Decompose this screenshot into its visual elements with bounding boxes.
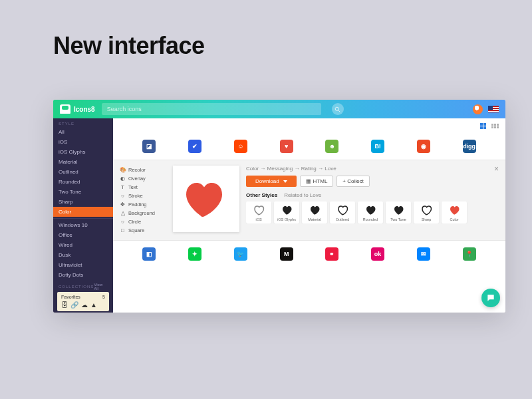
favorites-label: Favorites (61, 295, 80, 299)
view-all-link[interactable]: View All (94, 283, 108, 291)
sidebar: STYLE AlliOSiOS GlyphsMaterialOutlinedRo… (53, 118, 113, 313)
tool-square[interactable]: □Square (120, 226, 166, 235)
style-card-color[interactable]: Color (442, 201, 467, 223)
padding-icon: ✥ (120, 201, 126, 207)
okcupid-icon: ok (371, 247, 384, 261)
delicious-icon: ◧ (142, 247, 156, 261)
collect-button[interactable]: + Collect (336, 176, 369, 187)
svg-point-0 (335, 107, 338, 110)
icon-cell-reddit[interactable]: ☺ (231, 137, 250, 156)
style-card-outlined[interactable]: Outlined (330, 201, 355, 223)
recolor-icon: 🎨 (120, 167, 126, 173)
sidebar-item-office[interactable]: Office (53, 230, 113, 240)
meetup-icon: ⚭ (325, 247, 338, 261)
sidebar-item-windows-10[interactable]: Windows 10 (53, 220, 113, 230)
user-avatar[interactable] (473, 104, 483, 114)
style-card-material[interactable]: Material (302, 201, 327, 223)
sidebar-item-sharp[interactable]: Sharp (53, 197, 113, 207)
grid-small-toggle[interactable] (491, 124, 499, 128)
tool-text[interactable]: TText (120, 183, 166, 192)
sidebar-item-rounded[interactable]: Rounded (53, 177, 113, 187)
style-card-ios[interactable]: iOS (246, 201, 271, 223)
icon-cell-box-share[interactable]: ◪ (140, 137, 158, 156)
search-input[interactable] (107, 106, 316, 112)
close-icon[interactable]: × (494, 164, 499, 174)
other-styles-label: Other Styles (246, 192, 277, 198)
logo-icon (60, 104, 70, 114)
sidebar-item-two-tone[interactable]: Two Tone (53, 187, 113, 197)
language-flag-icon[interactable] (488, 106, 499, 112)
box-share-icon: ◪ (142, 140, 156, 153)
hatena-icon: B! (371, 140, 384, 153)
favorites-box[interactable]: Favorites 5 🗄 🔗 ☁ ▲ (57, 292, 109, 311)
sidebar-item-all[interactable]: All (53, 127, 113, 137)
sidebar-item-wired[interactable]: Wired (53, 240, 113, 250)
icon-cell-messenger[interactable]: ✉ (414, 245, 433, 263)
icon-cell-foursquare-check[interactable]: ✔ (186, 137, 204, 156)
related-label[interactable]: Related to Love (284, 192, 321, 198)
tool-circle[interactable]: ○Circle (120, 217, 166, 226)
sidebar-item-outlined[interactable]: Outlined (53, 167, 113, 177)
square-icon: □ (120, 227, 126, 233)
sidebar-item-ios-glyphs[interactable]: iOS Glyphs (53, 147, 113, 157)
stroke-icon: ○ (120, 193, 126, 199)
style-list: AlliOSiOS GlyphsMaterialOutlinedRoundedT… (53, 127, 113, 280)
detail-panel: × 🎨Recolor◐OverlayTText○Stroke✥Padding△B… (113, 160, 505, 241)
style-card-two-tone[interactable]: Two Tone (386, 201, 411, 223)
icon-cell-stumbleupon[interactable]: ◉ (414, 137, 433, 156)
sidebar-item-material[interactable]: Material (53, 157, 113, 167)
tool-background[interactable]: △Background (120, 209, 166, 217)
app-window: Icons8 STYLE AlliOSiOS GlyphsMaterialOut… (53, 100, 505, 313)
overlay-icon: ◐ (120, 176, 126, 182)
style-card-sharp[interactable]: Sharp (414, 201, 439, 223)
style-card-ios-glyphs[interactable]: iOS Glyphs (274, 201, 299, 223)
icon-cell-deviantart[interactable]: ✦ (186, 245, 204, 263)
view-toggle (113, 118, 505, 133)
icon-cell-hatena[interactable]: B! (368, 137, 387, 156)
search-button[interactable] (332, 103, 344, 115)
icon-row-bottom: ◧✦🐦M⚭ok✉📍 (113, 241, 505, 267)
messenger-icon: ✉ (417, 247, 430, 261)
icon-cell-google-maps[interactable]: 📍 (460, 245, 479, 263)
style-cards: iOSiOS GlyphsMaterialOutlinedRoundedTwo … (246, 201, 499, 223)
heart-icon: ♥ (280, 140, 293, 153)
google-maps-icon: 📍 (463, 247, 476, 261)
icon-cell-heart[interactable]: ♥ (277, 137, 296, 156)
chat-icon (486, 293, 495, 303)
icon-cell-smugmug[interactable]: ☻ (323, 137, 341, 156)
favorites-count: 5 (102, 295, 105, 299)
logo[interactable]: Icons8 (60, 104, 95, 114)
cloud-icon: ☁ (81, 301, 88, 309)
tool-list: 🎨Recolor◐OverlayTText○Stroke✥Padding△Bac… (120, 166, 166, 235)
html-button[interactable]: ▦HTML (300, 176, 334, 187)
warning-icon: ▲ (90, 301, 97, 309)
sidebar-item-dusk[interactable]: Dusk (53, 250, 113, 260)
digg-icon: digg (463, 140, 476, 153)
chat-button[interactable] (481, 289, 500, 307)
icon-cell-meetup[interactable]: ⚭ (323, 245, 341, 263)
icon-cell-delicious[interactable]: ◧ (140, 245, 158, 263)
grid-large-toggle[interactable] (480, 123, 486, 129)
icon-row-top: ◪✔☺♥☻B!◉digg (113, 133, 505, 160)
brand-name: Icons8 (74, 106, 95, 113)
deviantart-icon: ✦ (188, 247, 201, 261)
sidebar-item-ios[interactable]: iOS (53, 137, 113, 147)
style-card-rounded[interactable]: Rounded (358, 201, 383, 223)
stumbleupon-icon: ◉ (417, 140, 430, 153)
icon-cell-twitter[interactable]: 🐦 (231, 245, 250, 263)
tool-stroke[interactable]: ○Stroke (120, 192, 166, 200)
briefcase-icon: 🗄 (61, 301, 68, 309)
sidebar-item-ultraviolet[interactable]: Ultraviolet (53, 260, 113, 270)
tool-overlay[interactable]: ◐Overlay (120, 174, 166, 183)
icon-cell-digg[interactable]: digg (460, 137, 479, 156)
sidebar-item-color[interactable]: Color (53, 207, 113, 217)
breadcrumb: Color → Messaging → Rating → Love (246, 166, 499, 172)
search-box[interactable] (102, 103, 321, 115)
tool-padding[interactable]: ✥Padding (120, 200, 166, 209)
sidebar-item-dotty-dots[interactable]: Dotty Dots (53, 270, 113, 280)
download-button[interactable]: Download (246, 176, 297, 187)
icon-cell-okcupid[interactable]: ok (368, 245, 387, 263)
svg-line-1 (338, 110, 340, 112)
icon-cell-medium[interactable]: M (277, 245, 296, 263)
tool-recolor[interactable]: 🎨Recolor (120, 166, 166, 174)
